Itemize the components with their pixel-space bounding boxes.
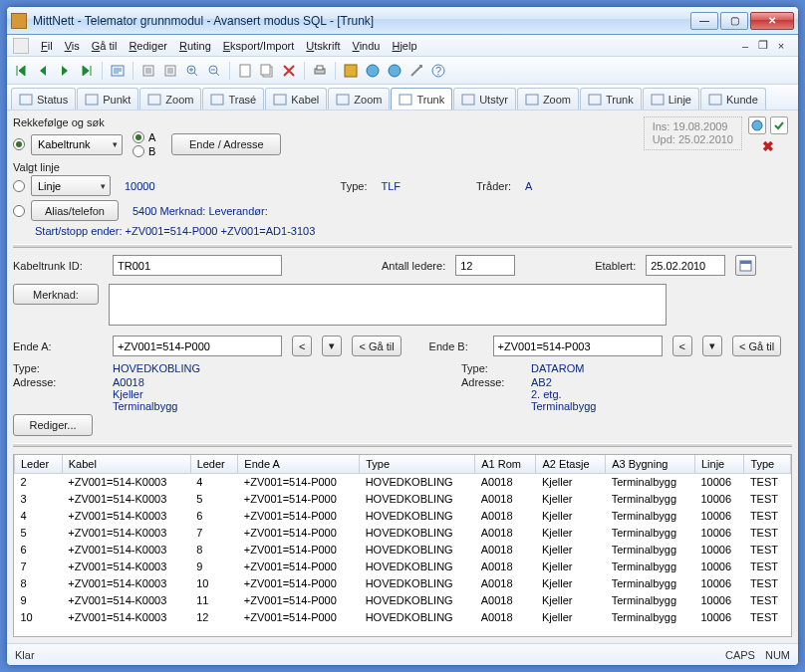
opt-b-radio[interactable] [133, 145, 144, 157]
tab-kabel-4[interactable]: Kabel [265, 88, 327, 110]
col-leder[interactable]: Leder [190, 455, 238, 474]
table-row[interactable]: 9+ZV001=514-K000311+ZV001=514-P000HOVEDK… [15, 592, 791, 609]
tab-punkt-1[interactable]: Punkt [77, 88, 138, 110]
globe-small-icon[interactable] [748, 116, 766, 134]
globe2-icon[interactable] [363, 61, 383, 81]
rediger-button[interactable]: Rediger... [13, 414, 93, 436]
splitter-2[interactable] [13, 443, 792, 447]
tab-utstyr-7[interactable]: Utstyr [453, 88, 516, 110]
data-table[interactable]: LederKabelLederEnde ATypeA1 RomA2 Etasje… [13, 454, 792, 637]
table-row[interactable]: 5+ZV001=514-K00037+ZV001=514-P000HOVEDKO… [15, 525, 791, 542]
mdi-minimize-icon[interactable]: – [738, 40, 752, 52]
table-row[interactable]: 7+ZV001=514-K00039+ZV001=514-P000HOVEDKO… [15, 559, 791, 575]
col-leder[interactable]: Leder [15, 455, 63, 474]
globe3-icon[interactable] [385, 61, 404, 81]
tab-zoom-5[interactable]: Zoom [328, 88, 390, 110]
table-row[interactable]: 6+ZV001=514-K00038+ZV001=514-P000HOVEDKO… [15, 542, 791, 559]
alias-radio[interactable] [13, 205, 25, 217]
col-a3-bygning[interactable]: A3 Bygning [606, 455, 695, 474]
menu-gå til[interactable]: Gå til [86, 38, 124, 54]
endeb-prev-button[interactable]: < [672, 336, 692, 356]
table-row[interactable]: 4+ZV001=514-K00036+ZV001=514-P000HOVEDKO… [15, 508, 791, 525]
table-row[interactable]: 2+ZV001=514-K00034+ZV001=514-P000HOVEDKO… [15, 474, 791, 491]
help-icon[interactable]: ? [428, 61, 448, 81]
menu-vis[interactable]: Vis [59, 38, 86, 54]
order-combo[interactable]: Kabeltrunk [31, 134, 123, 155]
maximize-button[interactable]: ▢ [720, 12, 748, 30]
id-input[interactable] [113, 255, 282, 276]
col-a1-rom[interactable]: A1 Rom [475, 455, 536, 474]
new-icon[interactable] [235, 61, 255, 81]
zoom-out-icon[interactable] [204, 61, 224, 81]
nav-last-icon[interactable] [77, 61, 97, 81]
tab-trunk-9[interactable]: Trunk [580, 88, 642, 110]
alias-value: 5400 Merknad: Leverandør: [133, 205, 268, 217]
menu-rediger[interactable]: Rediger [123, 38, 173, 54]
mdi-close-icon[interactable]: × [774, 40, 788, 52]
merknad-input[interactable] [109, 284, 667, 326]
calendar-icon[interactable] [735, 255, 756, 276]
menu-vindu[interactable]: Vindu [347, 38, 387, 54]
list2-icon[interactable] [160, 61, 180, 81]
svg-rect-25 [652, 95, 664, 105]
menu-hjelp[interactable]: Hjelp [386, 38, 422, 54]
col-ende-a[interactable]: Ende A [238, 455, 360, 474]
col-type[interactable]: Type [360, 455, 475, 474]
endea-input[interactable] [113, 336, 282, 356]
find-icon[interactable] [108, 61, 128, 81]
svg-rect-19 [274, 95, 286, 105]
check-small-icon[interactable] [770, 116, 788, 134]
menu-fil[interactable]: Fil [35, 38, 59, 54]
endea-prev-button[interactable]: < [292, 336, 312, 356]
endeb-input[interactable] [493, 336, 663, 356]
linje-radio[interactable] [13, 180, 25, 192]
tab-status-0[interactable]: Status [11, 88, 76, 110]
endeb-goto-button[interactable]: < Gå til [732, 336, 781, 356]
tab-kunde-11[interactable]: Kunde [700, 88, 766, 110]
opt-a-radio[interactable] [133, 131, 144, 143]
clear-x-icon[interactable]: ✖ [762, 138, 774, 154]
col-linje[interactable]: Linje [694, 455, 743, 474]
nav-first-icon[interactable] [11, 61, 31, 81]
print-icon[interactable] [310, 61, 330, 81]
tab-zoom-8[interactable]: Zoom [517, 88, 579, 110]
tools-icon[interactable] [406, 61, 426, 81]
table-row[interactable]: 8+ZV001=514-K000310+ZV001=514-P000HOVEDK… [15, 575, 791, 592]
tab-linje-10[interactable]: Linje [643, 88, 699, 110]
tab-zoom-2[interactable]: Zoom [139, 88, 201, 110]
nav-prev-icon[interactable] [33, 61, 53, 81]
merknad-button[interactable]: Merknad: [13, 284, 99, 305]
minimize-button[interactable]: — [690, 12, 718, 30]
alias-button[interactable]: Alias/telefon [31, 200, 119, 221]
splitter-1[interactable] [13, 244, 792, 248]
menu-eksport/import[interactable]: Eksport/Import [217, 38, 301, 54]
list1-icon[interactable] [138, 61, 158, 81]
tab-trunk-6[interactable]: Trunk [391, 88, 452, 111]
linje-combo[interactable]: Linje [31, 175, 111, 196]
table-row[interactable]: 3+ZV001=514-K00035+ZV001=514-P000HOVEDKO… [15, 491, 791, 508]
svg-point-27 [752, 120, 762, 130]
menu-utskrift[interactable]: Utskrift [300, 38, 346, 54]
etab-input[interactable] [646, 255, 725, 276]
table-row[interactable]: 10+ZV001=514-K000312+ZV001=514-P000HOVED… [15, 609, 791, 626]
copy-icon[interactable] [257, 61, 277, 81]
endeb-drop-button[interactable]: ▾ [702, 336, 722, 356]
id-label: Kabeltrunk ID: [13, 260, 103, 272]
mdi-restore-icon[interactable]: ❐ [756, 40, 770, 52]
antall-input[interactable] [455, 255, 515, 276]
menu-ruting[interactable]: Ruting [173, 38, 217, 54]
tab-trasé-3[interactable]: Trasé [202, 88, 264, 110]
delete-icon[interactable] [279, 61, 299, 81]
ende-adresse-button[interactable]: Ende / Adresse [171, 133, 281, 155]
endea-drop-button[interactable]: ▾ [322, 336, 342, 356]
col-kabel[interactable]: Kabel [62, 455, 190, 474]
svg-rect-10 [345, 65, 357, 77]
endea-goto-button[interactable]: < Gå til [352, 336, 401, 356]
globe1-icon[interactable] [341, 61, 361, 81]
close-button[interactable]: ✕ [750, 12, 794, 30]
col-type[interactable]: Type [744, 455, 791, 474]
order-radio[interactable] [13, 138, 25, 150]
zoom-in-icon[interactable] [182, 61, 202, 81]
col-a2-etasje[interactable]: A2 Etasje [536, 455, 606, 474]
nav-next-icon[interactable] [55, 61, 75, 81]
